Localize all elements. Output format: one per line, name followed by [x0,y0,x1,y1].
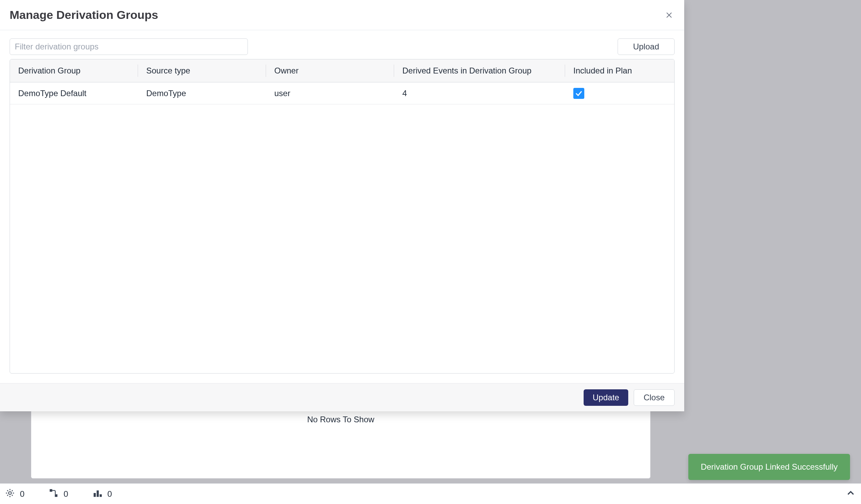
close-button[interactable]: Close [634,389,675,406]
update-button[interactable]: Update [584,389,628,406]
cell-derivation-group: DemoType Default [10,82,138,104]
status-chart-count: 0 [107,489,112,499]
status-gear[interactable]: 0 [5,488,24,500]
column-header-derivation-group[interactable]: Derivation Group [10,59,138,82]
column-header-derived-events[interactable]: Derived Events in Derivation Group [394,59,565,82]
bar-chart-icon [92,488,103,500]
status-bar: 0 0 0 [0,483,861,504]
cell-derived-events: 4 [394,82,565,104]
table-header-row: Derivation Group Source type Owner Deriv… [10,59,674,82]
status-gear-count: 0 [20,489,24,499]
status-flow[interactable]: 0 [48,488,68,500]
status-flow-count: 0 [64,489,68,499]
svg-rect-3 [50,489,53,492]
no-rows-label: No Rows To Show [31,411,651,424]
close-icon[interactable] [664,10,675,21]
modal-title: Manage Derivation Groups [10,8,158,22]
filter-derivation-groups-input[interactable] [10,38,248,55]
gear-icon [5,488,15,500]
table-row[interactable]: DemoType Default DemoType user 4 [10,82,674,104]
manage-derivation-groups-modal: Manage Derivation Groups Upload Derivati… [0,0,684,411]
cell-owner: user [266,82,394,104]
svg-point-2 [9,492,11,494]
svg-rect-6 [96,490,99,497]
column-header-owner[interactable]: Owner [266,59,394,82]
success-toast: Derivation Group Linked Successfully [688,454,850,480]
upload-button[interactable]: Upload [618,38,675,55]
expand-status-bar[interactable] [845,488,856,501]
flow-icon [48,488,59,500]
svg-rect-5 [93,493,95,497]
modal-footer: Update Close [0,383,684,411]
modal-header: Manage Derivation Groups [0,0,684,30]
column-header-source-type[interactable]: Source type [138,59,266,82]
modal-toolbar: Upload [0,30,684,59]
chevron-up-icon [845,488,856,501]
svg-rect-4 [55,494,58,497]
cell-included-in-plan [565,82,674,104]
included-in-plan-checkbox[interactable] [573,88,584,99]
derivation-groups-table: Derivation Group Source type Owner Deriv… [10,59,675,374]
column-header-included-in-plan[interactable]: Included in Plan [565,59,674,82]
status-chart[interactable]: 0 [92,488,112,500]
cell-source-type: DemoType [138,82,266,104]
modal-body: Derivation Group Source type Owner Deriv… [0,59,684,383]
svg-rect-7 [100,494,102,497]
